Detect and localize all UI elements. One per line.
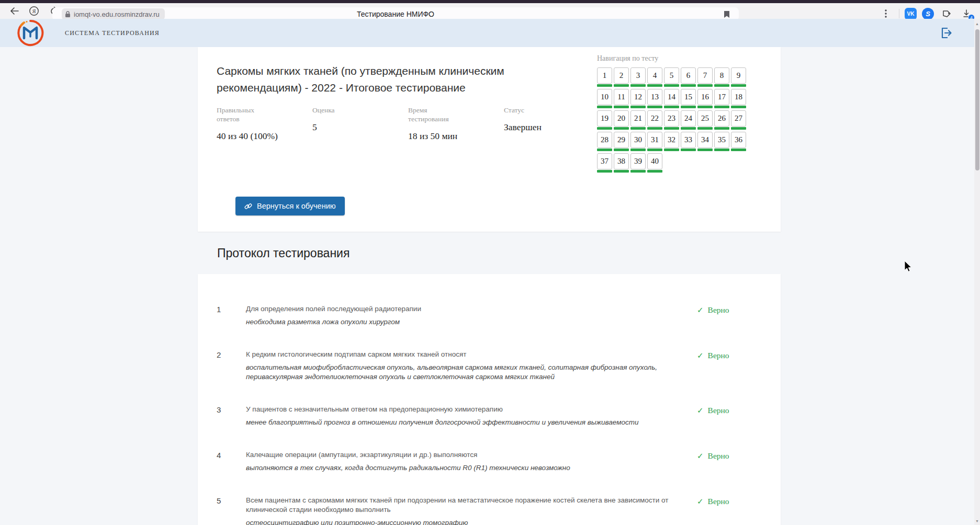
nav-question-button[interactable]: 31: [647, 132, 662, 151]
vk-extension-icon[interactable]: VK: [905, 8, 917, 20]
nav-question-button[interactable]: 4: [647, 67, 662, 87]
nav-question-button[interactable]: 32: [664, 132, 679, 151]
nav-question-number: 1: [597, 67, 612, 84]
nav-question-button[interactable]: 29: [614, 132, 629, 151]
nav-question-number: 38: [614, 153, 629, 169]
nav-question-number: 6: [681, 67, 696, 84]
nav-question-button[interactable]: 7: [697, 67, 713, 87]
nav-question-button[interactable]: 8: [714, 67, 729, 87]
nav-question-button[interactable]: 26: [714, 110, 729, 130]
nav-correct-bar-icon: [697, 106, 713, 108]
nav-question-button[interactable]: 2: [614, 67, 629, 87]
nav-question-button[interactable]: 15: [681, 89, 696, 108]
nav-correct-bar-icon: [664, 149, 679, 151]
nav-question-number: 27: [731, 110, 746, 127]
nav-question-number: 28: [597, 132, 612, 148]
nav-question-button[interactable]: 33: [681, 132, 696, 151]
extensions-icon[interactable]: [939, 7, 955, 20]
nav-question-button[interactable]: 22: [647, 110, 662, 130]
url-pill[interactable]: iomqt-vo.edu.rosminzdrav.ru: [62, 8, 165, 20]
nav-question-button[interactable]: 18: [731, 89, 746, 108]
nav-correct-bar-icon: [681, 149, 696, 151]
nav-question-button[interactable]: 5: [664, 67, 679, 87]
status-badge: ✓Верно: [697, 450, 729, 473]
logout-icon[interactable]: [939, 26, 953, 40]
yandex-profile-icon[interactable]: Я: [26, 5, 42, 17]
nav-question-button[interactable]: 24: [681, 110, 696, 130]
nav-question-button[interactable]: 13: [647, 89, 662, 108]
nav-question-button[interactable]: 12: [630, 89, 646, 108]
nav-correct-bar-icon: [614, 127, 629, 130]
nav-question-button[interactable]: 28: [597, 132, 612, 151]
nav-question-button[interactable]: 30: [630, 132, 646, 151]
nav-question-button[interactable]: 10: [597, 89, 612, 108]
nav-correct-bar-icon: [630, 149, 646, 151]
nav-question-number: 9: [731, 67, 746, 84]
scrollbar-thumb[interactable]: [975, 29, 979, 170]
app-logo-icon[interactable]: [17, 19, 44, 47]
nav-correct-bar-icon: [681, 127, 696, 130]
nav-question-button[interactable]: 40: [647, 153, 662, 173]
test-navigation: Навигация по тесту 123456789101112131415…: [597, 54, 754, 175]
nav-question-button[interactable]: 20: [614, 110, 629, 130]
nav-question-button[interactable]: 3: [630, 67, 646, 87]
question-block: У пациентов с незначительным ответом на …: [246, 405, 680, 427]
nav-question-button[interactable]: 11: [614, 89, 629, 108]
answer-text: воспалительная миофибробластическая опух…: [246, 363, 680, 382]
nav-question-number: 8: [714, 67, 729, 84]
nav-correct-bar-icon: [630, 127, 646, 130]
status-label: Верно: [708, 451, 729, 461]
menu-dots-icon[interactable]: [878, 7, 894, 20]
nav-question-number: 36: [731, 132, 746, 148]
stat-label: Оценка: [312, 106, 370, 115]
nav-correct-bar-icon: [697, 84, 713, 87]
nav-question-button[interactable]: 34: [697, 132, 713, 151]
answer-text: необходима разметка ложа опухоли хирурго…: [246, 317, 680, 327]
status-badge: ✓Верно: [697, 304, 729, 327]
nav-question-button[interactable]: 9: [731, 67, 746, 87]
nav-question-button[interactable]: 1: [597, 67, 612, 87]
nav-question-button[interactable]: 37: [597, 153, 612, 173]
stat-column: Время тестирования18 из 50 мин: [408, 106, 504, 142]
nav-question-button[interactable]: 35: [714, 132, 729, 151]
nav-question-button[interactable]: 38: [614, 153, 629, 173]
nav-question-number: 16: [697, 89, 713, 105]
back-icon[interactable]: [6, 5, 22, 17]
nav-correct-bar-icon: [664, 127, 679, 130]
scrollbar-down-icon[interactable]: ▼: [974, 519, 980, 523]
back-to-learning-button[interactable]: Вернуться к обучению: [235, 197, 345, 215]
nav-question-button[interactable]: 6: [681, 67, 696, 87]
scrollbar[interactable]: ▲ ▼: [974, 19, 980, 525]
downloads-icon[interactable]: 4: [960, 7, 973, 20]
question-text: К редким гистологическим подтипам сарком…: [246, 350, 680, 359]
protocol-row: 5Всем пациентам с саркомами мягких ткане…: [217, 496, 762, 525]
question-number: 3: [217, 405, 246, 427]
nav-question-number: 40: [647, 153, 662, 169]
stat-column: СтатусЗавершен: [504, 106, 600, 142]
shazam-extension-icon[interactable]: S: [922, 8, 934, 20]
nav-question-button[interactable]: 27: [731, 110, 746, 130]
question-number: 1: [217, 304, 246, 327]
nav-question-button[interactable]: 39: [630, 153, 646, 173]
nav-question-button[interactable]: 16: [697, 89, 713, 108]
nav-correct-bar-icon: [664, 106, 679, 108]
nav-correct-bar-icon: [597, 170, 612, 173]
nav-question-number: 30: [630, 132, 646, 148]
answer-text: остеосцинтиграфию или позитронно-эмиссио…: [246, 518, 680, 525]
status-badge: ✓Верно: [697, 496, 729, 525]
stat-column: Оценка5: [312, 106, 408, 142]
scrollbar-up-icon[interactable]: ▲: [974, 22, 980, 26]
question-block: Всем пациентам с саркомами мягких тканей…: [246, 496, 680, 525]
nav-question-button[interactable]: 17: [714, 89, 729, 108]
check-icon: ✓: [697, 406, 704, 415]
nav-question-button[interactable]: 14: [664, 89, 679, 108]
nav-correct-bar-icon: [714, 106, 729, 108]
check-icon: ✓: [697, 451, 704, 461]
nav-question-number: 26: [714, 110, 729, 127]
nav-question-button[interactable]: 25: [697, 110, 713, 130]
nav-question-button[interactable]: 23: [664, 110, 679, 130]
nav-question-button[interactable]: 21: [630, 110, 646, 130]
nav-question-button[interactable]: 19: [597, 110, 612, 130]
nav-question-button[interactable]: 36: [731, 132, 746, 151]
nav-correct-bar-icon: [597, 106, 612, 108]
